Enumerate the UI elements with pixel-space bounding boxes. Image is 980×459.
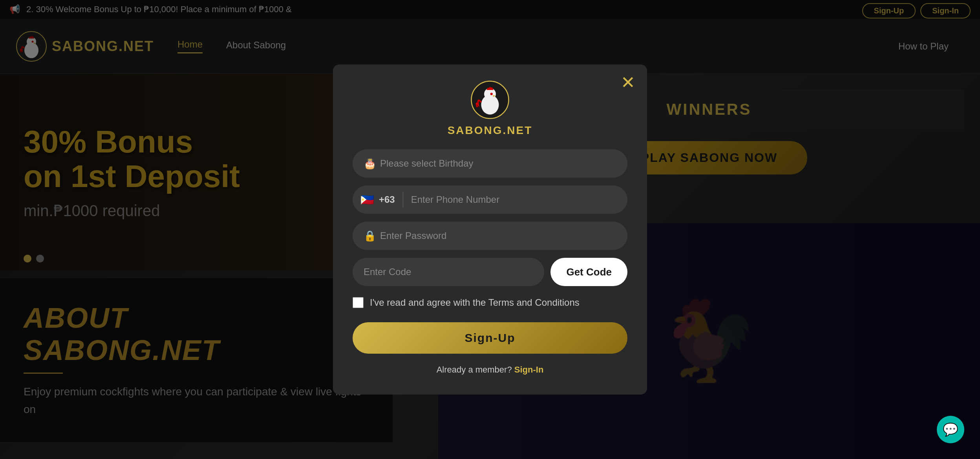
password-field-wrapper: 🔒: [353, 222, 627, 250]
birthday-input[interactable]: [353, 149, 627, 178]
modal-logo: SABONG.NET: [353, 80, 627, 137]
modal-logo-icon: [470, 80, 510, 119]
signup-modal: ✕ SABONG.NET 🎂 🇵🇭 +63 🔒 Get Code: [333, 64, 647, 395]
modal-close-button[interactable]: ✕: [621, 74, 635, 91]
birthday-icon: 🎂: [364, 158, 376, 170]
already-text: Already a member?: [437, 365, 512, 375]
modal-logo-text: SABONG.NET: [353, 124, 627, 137]
terms-row: I've read and agree with the Terms and C…: [353, 296, 627, 310]
phone-divider: [403, 192, 403, 207]
password-icon: 🔒: [364, 230, 376, 242]
phone-code: +63: [379, 194, 395, 205]
chat-button[interactable]: 💬: [937, 416, 964, 443]
code-row: Get Code: [353, 258, 627, 286]
terms-text: I've read and agree with the Terms and C…: [370, 296, 580, 310]
svg-point-7: [490, 93, 493, 95]
chat-icon: 💬: [943, 422, 958, 437]
signin-link[interactable]: Sign-In: [514, 365, 544, 375]
phone-input[interactable]: [411, 194, 620, 205]
code-input[interactable]: [353, 258, 544, 286]
get-code-button[interactable]: Get Code: [550, 258, 627, 286]
phone-wrapper: 🇵🇭 +63: [353, 185, 627, 214]
phone-flag-icon: 🇵🇭: [360, 193, 374, 206]
already-member: Already a member? Sign-In: [353, 365, 627, 375]
signup-button[interactable]: Sign-Up: [353, 322, 627, 354]
terms-checkbox[interactable]: [353, 297, 364, 308]
password-input[interactable]: [353, 222, 627, 250]
birthday-field-wrapper: 🎂: [353, 149, 627, 178]
